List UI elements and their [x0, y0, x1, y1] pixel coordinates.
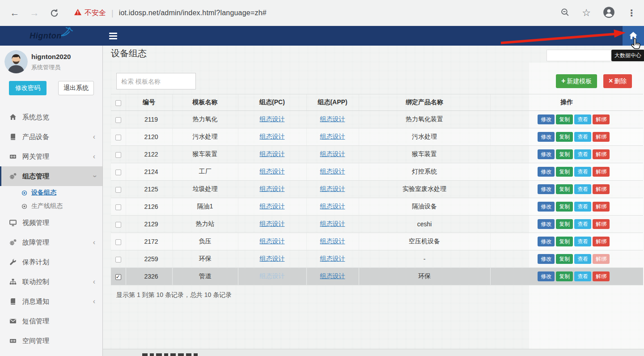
app-config-link[interactable]: 组态设计: [320, 185, 345, 192]
unbind-button[interactable]: 解绑: [593, 132, 610, 142]
pc-config-link[interactable]: 组态设计: [260, 133, 285, 140]
modify-button[interactable]: 修改: [538, 219, 555, 229]
row-checkbox[interactable]: [115, 222, 121, 228]
pc-config-link[interactable]: 组态设计: [260, 185, 285, 192]
copy-button[interactable]: 复制: [556, 184, 573, 194]
copy-button[interactable]: 复制: [556, 219, 573, 229]
modify-button[interactable]: 修改: [538, 114, 555, 124]
app-config-link[interactable]: 组态设计: [320, 220, 345, 227]
sidebar-item-10[interactable]: 空间管理: [0, 331, 102, 351]
unbind-button[interactable]: 解绑: [593, 149, 610, 159]
sidebar-item-9[interactable]: 短信管理: [0, 311, 102, 331]
row-checkbox[interactable]: [115, 274, 121, 280]
app-config-link[interactable]: 组态设计: [320, 150, 345, 157]
logout-button[interactable]: 退出系统: [58, 81, 94, 95]
bookmark-star-icon[interactable]: ☆: [582, 7, 591, 19]
new-template-button[interactable]: 新建模板: [556, 74, 597, 88]
pc-config-link[interactable]: 组态设计: [260, 203, 285, 210]
user-avatar[interactable]: [4, 50, 28, 73]
unbind-button[interactable]: 解绑: [593, 237, 610, 246]
template-search-input[interactable]: [116, 73, 196, 89]
row-checkbox[interactable]: [115, 152, 121, 158]
zoom-out-icon[interactable]: [560, 8, 570, 19]
sidebar-item-5[interactable]: 故障管理: [0, 233, 102, 252]
url-bar[interactable]: iot.idosp.net/admin/index.html?language=…: [119, 9, 555, 17]
reload-icon[interactable]: [47, 6, 61, 20]
header-checkbox[interactable]: [115, 100, 121, 106]
modify-button[interactable]: 修改: [538, 254, 555, 264]
delete-button[interactable]: 删除: [603, 74, 632, 88]
app-config-link[interactable]: 组态设计: [320, 203, 345, 210]
copy-button[interactable]: 复制: [556, 202, 573, 212]
modify-button[interactable]: 修改: [538, 132, 555, 142]
view-button[interactable]: 查看: [574, 184, 591, 194]
hamburger-menu-icon[interactable]: [109, 32, 118, 40]
profile-avatar-icon[interactable]: [603, 6, 615, 20]
home-datacenter-button[interactable]: [623, 26, 644, 46]
view-button[interactable]: 查看: [574, 254, 591, 264]
pc-config-link[interactable]: 组态设计: [260, 272, 285, 280]
view-button[interactable]: 查看: [574, 202, 591, 212]
row-checkbox[interactable]: [115, 170, 121, 175]
pc-config-link[interactable]: 组态设计: [260, 168, 285, 175]
sidebar-item-0[interactable]: 系统总览: [0, 107, 102, 127]
sidebar-item-2[interactable]: 网关管理: [0, 147, 102, 166]
pc-config-link[interactable]: 组态设计: [260, 255, 285, 262]
view-button[interactable]: 查看: [574, 271, 591, 281]
app-config-link[interactable]: 组态设计: [320, 133, 345, 140]
unbind-button[interactable]: 解绑: [593, 219, 610, 229]
modify-button[interactable]: 修改: [538, 167, 555, 177]
view-button[interactable]: 查看: [574, 132, 591, 142]
unbind-button[interactable]: 解绑: [593, 184, 610, 194]
row-checkbox[interactable]: [115, 135, 121, 140]
copy-button[interactable]: 复制: [556, 271, 573, 281]
copy-button[interactable]: 复制: [556, 149, 573, 159]
view-button[interactable]: 查看: [574, 219, 591, 229]
back-icon[interactable]: ←: [8, 6, 21, 20]
view-button[interactable]: 查看: [574, 149, 591, 159]
unbind-button[interactable]: 解绑: [593, 254, 610, 264]
browser-menu-icon[interactable]: ⋮: [627, 8, 636, 18]
unbind-button[interactable]: 解绑: [593, 271, 610, 281]
submenu-item-1[interactable]: 生产线组态: [0, 199, 102, 213]
row-checkbox[interactable]: [115, 187, 121, 193]
pc-config-link[interactable]: 组态设计: [260, 115, 285, 123]
sidebar-item-3[interactable]: 组态管理: [0, 166, 102, 186]
sidebar-item-7[interactable]: 联动控制: [0, 272, 102, 292]
sidebar-item-4[interactable]: 视频管理: [0, 213, 102, 233]
copy-button[interactable]: 复制: [556, 114, 573, 124]
modify-button[interactable]: 修改: [538, 237, 555, 246]
view-button[interactable]: 查看: [574, 237, 591, 246]
row-checkbox[interactable]: [115, 257, 121, 263]
modify-button[interactable]: 修改: [538, 202, 555, 212]
pc-config-link[interactable]: 组态设计: [260, 150, 285, 157]
modify-button[interactable]: 修改: [538, 271, 555, 281]
app-config-link[interactable]: 组态设计: [320, 115, 345, 123]
header-search-input[interactable]: [547, 50, 612, 61]
forward-icon[interactable]: →: [28, 6, 41, 20]
row-checkbox[interactable]: [115, 117, 121, 123]
app-config-link[interactable]: 组态设计: [320, 255, 345, 262]
copy-button[interactable]: 复制: [556, 237, 573, 246]
submenu-item-0[interactable]: 设备组态: [0, 186, 102, 199]
app-config-link[interactable]: 组态设计: [320, 272, 345, 280]
unbind-button[interactable]: 解绑: [593, 114, 610, 124]
copy-button[interactable]: 复制: [556, 132, 573, 142]
row-checkbox[interactable]: [115, 239, 121, 245]
app-config-link[interactable]: 组态设计: [320, 237, 345, 245]
sidebar-item-1[interactable]: 产品设备: [0, 127, 102, 147]
copy-button[interactable]: 复制: [556, 167, 573, 177]
unbind-button[interactable]: 解绑: [593, 167, 610, 177]
copy-button[interactable]: 复制: [556, 254, 573, 264]
modify-button[interactable]: 修改: [538, 149, 555, 159]
sidebar-item-8[interactable]: 消息通知: [0, 292, 102, 311]
security-warning[interactable]: 不安全: [74, 8, 106, 18]
pc-config-link[interactable]: 组态设计: [260, 237, 285, 245]
app-config-link[interactable]: 组态设计: [320, 168, 345, 175]
pc-config-link[interactable]: 组态设计: [260, 220, 285, 227]
row-checkbox[interactable]: [115, 204, 121, 210]
sidebar-item-6[interactable]: 保养计划: [0, 252, 102, 272]
unbind-button[interactable]: 解绑: [593, 202, 610, 212]
change-password-button[interactable]: 修改密码: [9, 81, 47, 95]
view-button[interactable]: 查看: [574, 167, 591, 177]
